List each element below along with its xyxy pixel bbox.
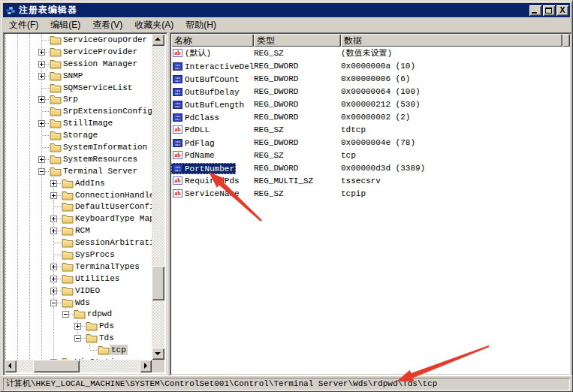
tree-item-keyboardtype-map[interactable]: KeyboardType Map [5,213,152,225]
folder-icon [86,333,98,343]
folder-icon [62,202,74,212]
value-type: REG_SZ [254,189,341,198]
tree-vertical-scrollbar[interactable] [152,34,164,360]
tree-item-terminal-server[interactable]: Terminal Server [5,165,152,177]
reg-sz-icon: ab [173,125,182,134]
value-data: tssecsrv [341,176,562,185]
folder-icon [74,309,86,319]
tree-guide-line [53,308,54,320]
value-row-ServiceName[interactable]: abServiceNameREG_SZtcpip [171,187,570,200]
expand-icon[interactable] [50,264,57,270]
collapse-icon[interactable] [38,168,45,175]
tree-item-terminaltypes[interactable]: TerminalTypes [5,261,152,273]
tree-item-systemresources[interactable]: SystemResources [5,153,152,165]
folder-icon [62,214,74,224]
folder-icon [62,226,74,236]
menu-item-3[interactable]: 收藏夹(A) [128,17,179,33]
tree-guide-line [53,207,54,213]
window-title: 注册表编辑器 [19,3,77,17]
column-header-2[interactable]: 数据 [341,34,562,47]
collapse-icon[interactable] [50,300,57,306]
value-row-OutBufCount[interactable]: 011110OutBufCountREG_DWORD0x00000006 (6) [171,72,570,85]
folder-icon [50,47,62,57]
tree-item-storage[interactable]: Storage [5,129,152,141]
expand-icon[interactable] [50,276,57,282]
value-row-PdName[interactable]: abPdNameREG_SZtcp [171,149,570,161]
value-name: OutBufDelay [185,88,240,97]
tree-item-connectionhandle[interactable]: ConnectionHandle [5,189,152,201]
expand-icon[interactable] [38,61,45,68]
tree-item-srpextensionconfig[interactable]: SrpExtensionConfig [5,105,152,117]
tree-item-label: rdpwd [86,309,113,319]
tree-item-session-manager[interactable]: Session Manager [5,58,152,70]
tree-item-rdpwd[interactable]: rdpwd [5,308,152,320]
registry-editor-window: 注册表编辑器 X 文件(F)编辑(E)查看(V)收藏夹(A)帮助(H) Serv… [0,0,573,392]
expand-icon[interactable] [38,120,45,127]
tree-item-sqmservicelist[interactable]: SQMServiceList [5,82,152,94]
tree-item-video[interactable]: VIDEO [5,285,152,297]
menu-item-1[interactable]: 编辑(E) [44,17,86,33]
scroll-down-button[interactable] [152,348,164,360]
tree-item-tcp[interactable]: tcp [5,344,152,356]
tree-item-systeminformation[interactable]: SystemInformation [5,141,152,153]
tree-item-label: Tds [98,333,116,343]
collapse-icon[interactable] [62,311,69,318]
close-button[interactable]: X [556,5,568,16]
tree-item-sysprocs[interactable]: SysProcs [5,249,152,261]
tree-item-utilities[interactable]: Utilities [5,273,152,285]
value-row-PortNumber[interactable]: 011110PortNumberREG_DWORD0x00000d3d (338… [171,161,570,174]
expand-icon[interactable] [38,73,45,80]
column-header-0[interactable]: 名称 [171,34,254,47]
folder-icon [50,95,62,104]
collapse-icon[interactable] [74,335,81,342]
tree-item-addins[interactable]: AddIns [5,177,152,189]
value-row-RequiredPds[interactable]: abRequiredPdsREG_MULTI_SZtssecsrv [171,174,570,187]
horizontal-scroll-thumb[interactable] [33,360,80,372]
value-row-InteractiveDelay[interactable]: 011110InteractiveDelayREG_DWORD0x0000000… [171,59,570,72]
maximize-button[interactable] [543,5,555,16]
scroll-left-button[interactable] [5,360,17,372]
tree-item-stillimage[interactable]: StillImage [5,117,152,129]
tree-item-snmp[interactable]: SNMP [5,70,152,82]
menu-item-2[interactable]: 查看(V) [86,17,128,33]
folder-icon [86,321,98,331]
tree-item-label: Srp [62,94,80,104]
scroll-right-button[interactable] [140,360,152,372]
menu-item-4[interactable]: 帮助(H) [179,17,222,33]
value-row-PdFlag[interactable]: 011110PdFlagREG_DWORD0x0000004e (78) [171,136,570,149]
scrollbar-corner [152,360,164,372]
value-row-PdDLL[interactable]: abPdDLLREG_SZtdtcp [171,123,570,136]
expand-icon[interactable] [38,49,45,56]
vertical-scroll-thumb[interactable] [152,266,164,300]
value-row-PdClass[interactable]: 011110PdClassREG_DWORD0x00000002 (2) [171,110,570,123]
minimize-button[interactable] [529,5,541,16]
tree-guide-line [42,88,50,89]
value-row-OutBufLength[interactable]: 011110OutBufLengthREG_DWORD0x00000212 (5… [171,98,570,110]
tree-item-wds[interactable]: Wds [5,297,152,309]
menu-item-0[interactable]: 文件(F) [3,17,44,33]
scroll-up-button[interactable] [152,34,164,46]
tree-item-serviceprovider[interactable]: ServiceProvider [5,46,152,58]
column-header-1[interactable]: 类型 [254,34,341,47]
tree-item-srp[interactable]: Srp [5,93,152,105]
tree-item-defaultuserconfi[interactable]: DefaultUserConfi [5,201,152,213]
tree-item-pds[interactable]: Pds [5,320,152,332]
tree-item-tds[interactable]: Tds [5,332,152,344]
tree-item-servicegrouporder[interactable]: ServiceGroupOrder [5,34,152,46]
tree-item-rcm[interactable]: RCM [5,225,152,237]
expand-icon[interactable] [50,192,57,199]
expand-icon[interactable] [38,156,45,163]
value-name: PdName [185,151,215,160]
value-name: OutBufCount [185,75,240,84]
expand-icon[interactable] [50,180,57,187]
value-row-默认[interactable]: ab(默认)REG_SZ(数值未设置) [171,47,570,59]
expand-icon[interactable] [38,96,45,103]
title-bar: 注册表编辑器 X [3,3,570,17]
folder-icon [62,191,74,201]
value-row-OutBufDelay[interactable]: 011110OutBufDelayREG_DWORD0x00000064 (10… [171,85,570,98]
expand-icon[interactable] [50,288,57,294]
expand-icon[interactable] [50,216,57,222]
expand-icon[interactable] [50,228,57,234]
expand-icon[interactable] [74,323,81,330]
tree-item-sessionarbitrati[interactable]: SessionArbitrati [5,237,152,249]
